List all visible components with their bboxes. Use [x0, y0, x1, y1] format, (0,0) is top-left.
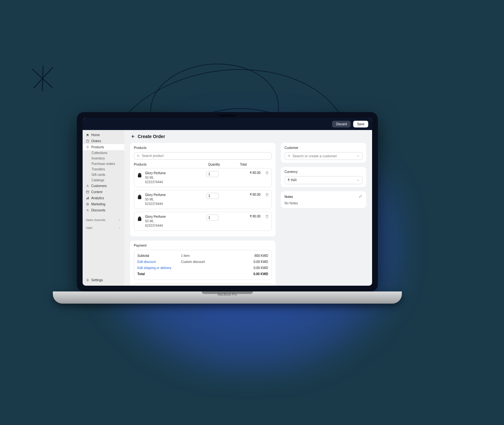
svg-rect-25 — [139, 217, 141, 217]
sidebar-sub-purchase-orders[interactable]: Purchase orders — [83, 161, 124, 167]
sidebar-item-orders[interactable]: Orders — [83, 138, 124, 144]
currency-select[interactable]: ₹ INR — [285, 176, 362, 184]
orders-icon — [86, 139, 89, 143]
notes-card: Notes No Notes — [281, 191, 366, 208]
product-thumb-icon — [137, 215, 142, 222]
shipping-value: 0.00 KWD — [233, 266, 268, 270]
sidebar-sub-catalogs[interactable]: Catalogs — [83, 177, 124, 183]
svg-rect-6 — [86, 140, 89, 142]
content-icon — [86, 190, 89, 194]
total-value: 0.00 KWD — [233, 272, 268, 276]
sidebar-sub-collections[interactable]: Collections — [83, 150, 124, 156]
sidebar-sub-inventory[interactable]: Inventory — [83, 156, 124, 161]
svg-point-8 — [87, 185, 88, 186]
product-sku: 6232374444 — [145, 202, 204, 206]
sidebar-item-content[interactable]: Content — [83, 189, 124, 195]
product-search-input[interactable] — [142, 154, 269, 158]
sidebar-item-label: Products — [91, 145, 104, 149]
sidebar-item-label: Content — [91, 190, 102, 194]
sidebar-item-label: Home — [91, 133, 100, 137]
search-icon — [137, 154, 140, 158]
subtotal-mid: 1 item — [181, 254, 233, 257]
chevron-right-icon — [118, 218, 121, 222]
back-arrow-icon[interactable] — [130, 134, 135, 139]
sidebar-item-customers[interactable]: Customers — [83, 183, 124, 189]
discount-mid: Custom discount — [181, 260, 233, 264]
app-viewport: Discard Save Home Orders — [83, 118, 372, 286]
products-card: Products Products Quantity Total — [130, 143, 276, 237]
edit-notes-button[interactable] — [359, 194, 362, 199]
sidebar-item-label: Orders — [91, 139, 101, 143]
chevron-down-icon — [356, 154, 360, 158]
sidebar-item-label: Customers — [91, 184, 107, 188]
sidebar-sub-transfers[interactable]: Transfers — [83, 167, 124, 172]
sidebar-item-marketing[interactable]: Marketing — [83, 201, 124, 207]
svg-point-18 — [137, 155, 139, 156]
total-label: Total — [137, 272, 181, 276]
row-total: ₹ 80.00 — [239, 215, 261, 218]
delete-row-button[interactable] — [263, 193, 269, 197]
product-variant: 50 ML — [145, 176, 204, 180]
sidebar-item-label: Marketing — [91, 202, 105, 206]
product-row: Glory Perfume 50 ML 6232374444 ₹ 80.00 — [134, 168, 272, 187]
search-icon — [288, 154, 291, 158]
topbar: Discard Save — [83, 118, 372, 130]
customers-icon — [86, 184, 89, 188]
payment-card: Payment Subtotal 1 item 800 KWD Edit dis… — [130, 241, 276, 286]
product-sku: 6232374444 — [145, 224, 204, 228]
product-name: Glory Perfume — [145, 171, 204, 176]
sidebar-item-settings[interactable]: Settings — [83, 276, 124, 286]
marketing-icon — [86, 202, 89, 206]
discard-button[interactable]: Discard — [332, 121, 351, 127]
svg-rect-12 — [88, 197, 89, 199]
col-products: Products — [134, 163, 208, 166]
svg-rect-21 — [138, 175, 142, 177]
sidebar-item-label: Discounts — [91, 208, 105, 212]
laptop-mockup: Discard Save Home Orders — [77, 112, 378, 314]
sidebar: Home Orders Products Collections Invento… — [83, 130, 124, 286]
card-title: Currency — [285, 170, 362, 174]
currency-card: Currency ₹ INR — [281, 167, 366, 187]
svg-rect-19 — [139, 173, 141, 174]
gear-icon — [86, 278, 89, 282]
svg-point-13 — [86, 203, 89, 205]
sidebar-section-sales-channels[interactable]: Sales channels — [83, 215, 124, 223]
sidebar-section-apps[interactable]: Apps — [83, 223, 124, 231]
product-thumb-icon — [137, 193, 142, 200]
sidebar-sub-gift-cards[interactable]: Gift cards — [83, 172, 124, 177]
product-row: Glory Perfume 50 ML 6232374444 ₹ 80.00 — [134, 212, 272, 231]
customer-search-select[interactable]: Search or create a customer — [285, 152, 362, 160]
svg-rect-22 — [139, 195, 141, 195]
svg-rect-10 — [86, 198, 87, 200]
decorative-star — [29, 64, 58, 93]
qty-input[interactable] — [207, 193, 219, 199]
qty-input[interactable] — [207, 215, 219, 221]
svg-point-28 — [288, 155, 289, 157]
product-variant: 50 ML — [145, 197, 204, 202]
svg-line-5 — [42, 66, 43, 91]
laptop-label: MacBook Pro — [218, 293, 237, 296]
edit-shipping-link[interactable]: Edit shipping or delivery — [137, 266, 181, 270]
notes-empty: No Notes — [285, 201, 362, 205]
page-title: Create Order — [138, 134, 165, 139]
svg-rect-26 — [138, 217, 141, 218]
qty-input[interactable] — [207, 171, 219, 177]
save-button[interactable]: Save — [353, 121, 368, 127]
sidebar-item-products[interactable]: Products — [83, 144, 124, 150]
discounts-icon — [86, 208, 89, 212]
product-search[interactable] — [134, 152, 272, 159]
sidebar-item-home[interactable]: Home — [83, 132, 124, 138]
sidebar-item-discounts[interactable]: Discounts — [83, 207, 124, 213]
svg-rect-9 — [86, 191, 89, 193]
svg-point-16 — [88, 210, 88, 211]
sidebar-item-label: Settings — [91, 278, 103, 282]
edit-discount-link[interactable]: Edit discount — [137, 260, 181, 264]
delete-row-button[interactable] — [263, 171, 269, 176]
sidebar-item-label: Analytics — [91, 196, 104, 200]
home-icon — [86, 133, 89, 137]
sidebar-item-analytics[interactable]: Analytics — [83, 195, 124, 201]
delete-row-button[interactable] — [263, 215, 269, 219]
camera-notch — [219, 115, 235, 117]
svg-point-14 — [87, 204, 88, 205]
svg-point-15 — [87, 209, 87, 210]
